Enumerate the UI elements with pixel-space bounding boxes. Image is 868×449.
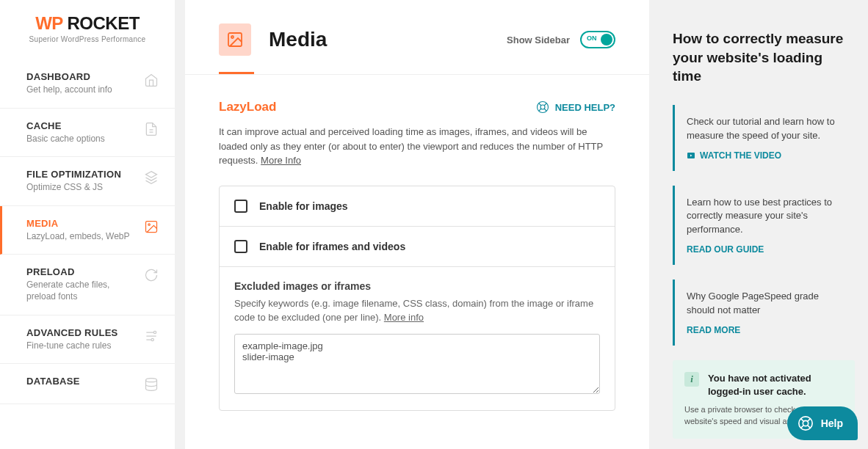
excluded-block: Excluded images or iframes Specify keywo…	[220, 267, 615, 410]
sidebar-item-dashboard[interactable]: DASHBOARDGet help, account info	[0, 59, 175, 109]
tip-link-read-more[interactable]: READ MORE	[687, 325, 846, 335]
logo-rocket: ROCKET	[68, 13, 140, 33]
lifebuoy-icon	[536, 101, 549, 114]
section-title-lazyload: LazyLoad	[219, 100, 276, 114]
need-help-label: NEED HELP?	[555, 102, 615, 113]
svg-point-11	[803, 420, 808, 426]
tip-link-label: READ OUR GUIDE	[687, 244, 764, 255]
svg-point-6	[231, 36, 234, 38]
tip-read-more: Why Google PageSpeed grade should not ma…	[673, 280, 855, 346]
nav-title: FILE OPTIMIZATION	[26, 169, 140, 180]
main-content: Media Show Sidebar ON LazyLoad NEED HELP…	[185, 0, 649, 449]
tip-link-label: WATCH THE VIDEO	[700, 150, 781, 161]
right-sidebar: How to correctly measure your website's …	[659, 0, 868, 449]
nav-title: DATABASE	[26, 376, 140, 387]
file-icon	[144, 122, 159, 136]
sidebar-item-preload[interactable]: PRELOADGenerate cache files, preload fon…	[0, 255, 175, 315]
sidebar-item-file-optimization[interactable]: FILE OPTIMIZATIONOptimize CSS & JS	[0, 157, 175, 206]
option-label: Enable for iframes and videos	[259, 241, 405, 252]
svg-point-2	[153, 331, 156, 333]
svg-point-4	[146, 379, 157, 382]
nav-title: ADVANCED RULES	[26, 327, 140, 338]
excluded-description: Specify keywords (e.g. image filename, C…	[234, 296, 600, 325]
toggle-state: ON	[587, 34, 597, 42]
play-icon	[687, 151, 695, 160]
database-icon	[144, 377, 159, 392]
show-sidebar-toggle[interactable]: ON	[580, 31, 615, 48]
notice-title: You have not activated logged-in user ca…	[708, 372, 843, 398]
option-enable-iframes[interactable]: Enable for iframes and videos	[220, 227, 615, 267]
sidebar-item-advanced-rules[interactable]: ADVANCED RULESFine-tune cache rules	[0, 315, 175, 365]
excluded-textarea[interactable]	[234, 334, 600, 394]
nav-title: DASHBOARD	[26, 71, 140, 82]
help-label: Help	[821, 417, 843, 429]
nav-desc: Get help, account info	[26, 84, 140, 96]
svg-point-8	[540, 105, 545, 109]
nav-title: MEDIA	[26, 218, 140, 229]
nav-desc: Optimize CSS & JS	[26, 182, 140, 194]
section-description: It can improve actual and perceived load…	[219, 125, 615, 168]
tip-read-guide: Learn how to use best practices to corre…	[673, 186, 855, 266]
logo: WP ROCKET Superior WordPress Performance	[0, 0, 175, 59]
show-sidebar-label: Show Sidebar	[507, 34, 570, 45]
tip-text: Why Google PageSpeed grade should not ma…	[687, 290, 846, 318]
logo-tagline: Superior WordPress Performance	[22, 35, 153, 43]
main-header: Media Show Sidebar ON	[185, 0, 649, 56]
home-icon	[144, 73, 159, 87]
layers-icon	[144, 170, 159, 185]
tip-link-read-guide[interactable]: READ OUR GUIDE	[687, 244, 846, 255]
option-enable-images[interactable]: Enable for images	[220, 186, 615, 227]
lifebuoy-icon	[798, 415, 814, 431]
lazyload-options: Enable for images Enable for iframes and…	[219, 186, 615, 411]
option-label: Enable for images	[259, 200, 348, 212]
tip-text: Learn how to use best practices to corre…	[687, 196, 846, 238]
need-help-link[interactable]: NEED HELP?	[536, 101, 615, 114]
svg-point-1	[148, 224, 151, 226]
logo-wp: WP	[35, 13, 62, 33]
nav-title: PRELOAD	[26, 266, 140, 277]
tip-watch-video: Check our tutorial and learn how to meas…	[673, 105, 855, 171]
nav-desc: Basic cache options	[26, 134, 140, 145]
nav-desc: LazyLoad, embeds, WebP	[26, 231, 140, 243]
right-sidebar-title: How to correctly measure your website's …	[673, 29, 855, 86]
image-icon	[144, 219, 159, 234]
logo-text: WP ROCKET	[22, 13, 153, 34]
tip-link-label: READ MORE	[687, 325, 740, 335]
toggle-knob	[601, 34, 612, 45]
excluded-title: Excluded images or iframes	[234, 280, 600, 292]
checkbox-enable-images[interactable]	[234, 200, 247, 213]
sidebar-item-database[interactable]: DATABASE	[0, 364, 175, 404]
tip-link-watch-video[interactable]: WATCH THE VIDEO	[687, 150, 846, 161]
excluded-more-info-link[interactable]: More info	[384, 312, 424, 323]
nav-desc: Fine-tune cache rules	[26, 340, 140, 352]
tip-text: Check our tutorial and learn how to meas…	[687, 115, 846, 143]
sidebar-item-cache[interactable]: CACHEBasic cache options	[0, 109, 175, 158]
help-button[interactable]: Help	[787, 406, 858, 440]
more-info-link[interactable]: More Info	[261, 155, 301, 166]
svg-point-3	[151, 338, 153, 340]
nav-desc: Generate cache files, preload fonts	[26, 280, 140, 302]
info-icon: i	[684, 372, 699, 387]
checkbox-enable-iframes[interactable]	[234, 240, 247, 253]
page-title: Media	[269, 28, 489, 51]
sidebar: WP ROCKET Superior WordPress Performance…	[0, 0, 175, 449]
image-icon	[219, 23, 251, 56]
refresh-icon	[144, 268, 159, 282]
sidebar-item-media[interactable]: MEDIALazyLoad, embeds, WebP	[0, 206, 175, 255]
sliders-icon	[144, 329, 159, 343]
nav-title: CACHE	[26, 120, 140, 131]
